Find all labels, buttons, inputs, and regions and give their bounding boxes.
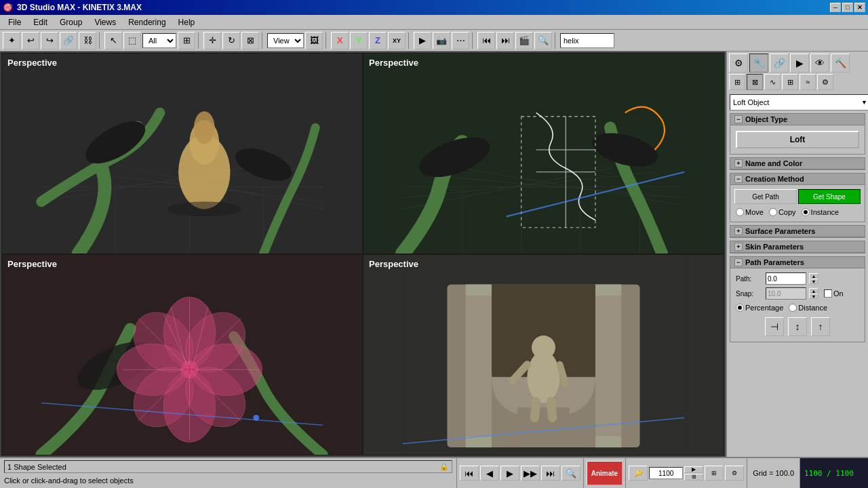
copy-radio[interactable]: Copy — [769, 208, 796, 216]
prev-key-btn[interactable]: ⏮ — [460, 466, 479, 481]
next-frame-btn2[interactable]: ▶▶ — [521, 466, 540, 481]
panel-tab-modify[interactable]: 🔧 — [749, 54, 768, 73]
close-button[interactable]: ✕ — [854, 3, 865, 12]
menu-group[interactable]: Group — [54, 16, 87, 28]
anim-mode-btn[interactable]: ⊞ — [705, 466, 724, 481]
path-icon-btn-2[interactable]: ↕ — [788, 317, 807, 336]
distance-radio[interactable]: Distance — [789, 304, 827, 312]
xy-axis-btn[interactable]: XY — [388, 32, 406, 49]
get-path-button[interactable]: Get Path — [734, 189, 797, 204]
percentage-radio[interactable]: Percentage — [736, 304, 783, 312]
grid-value: Grid = 100.0 — [753, 469, 794, 477]
viewport-bottom-left[interactable]: Perspective — [1, 254, 363, 455]
menu-help[interactable]: Help — [173, 16, 201, 28]
filter-dropdown[interactable]: All — [142, 33, 176, 48]
loft-object-dropdown[interactable]: Loft Object ▼ — [730, 94, 868, 110]
path-params-header[interactable]: − Path Parameters — [730, 257, 865, 268]
on-label: On — [833, 289, 844, 298]
panel-tab-motion[interactable]: ▶ — [790, 54, 809, 73]
object-type-toggle[interactable]: − — [734, 115, 743, 123]
y-axis-btn[interactable]: Y — [350, 32, 368, 49]
path-params-toggle[interactable]: − — [734, 258, 743, 266]
undo-btn[interactable]: ↩ — [22, 32, 39, 49]
next-key-btn[interactable]: ⏭ — [541, 466, 560, 481]
zoom-btn[interactable]: 🔍 — [534, 32, 552, 49]
maximize-button[interactable]: □ — [842, 3, 853, 12]
on-checkbox[interactable] — [824, 289, 832, 298]
anim-tools-btn[interactable]: 🎬 — [515, 32, 533, 49]
viewport-bottom-right[interactable]: Perspective — [363, 254, 724, 455]
viewport-top-left[interactable]: Perspective — [1, 53, 363, 254]
camera-btn[interactable]: 📷 — [433, 32, 450, 49]
unlink-btn[interactable]: ⛓ — [79, 32, 96, 49]
distance-label: Distance — [798, 304, 827, 312]
snap-spin-up[interactable]: ▲ — [809, 288, 818, 293]
frame-input[interactable] — [649, 467, 683, 479]
panel-tab-create[interactable]: ⚙ — [729, 54, 748, 73]
get-shape-button[interactable]: Get Shape — [798, 189, 861, 204]
x-axis-btn[interactable]: X — [331, 32, 349, 49]
select-tool-btn[interactable]: ✦ — [3, 32, 20, 49]
name-color-toggle[interactable]: + — [734, 159, 743, 167]
object-type-header[interactable]: − Object Type — [730, 114, 865, 125]
minimize-button[interactable]: ─ — [830, 3, 841, 12]
path-icon-btn-3[interactable]: ↑ — [811, 317, 830, 336]
panel-subtab-5[interactable]: ≈ — [800, 74, 816, 90]
animate-button[interactable]: Animate — [587, 461, 623, 485]
region-btn[interactable]: ⬚ — [123, 32, 141, 49]
title-bar-controls[interactable]: ─ □ ✕ — [830, 3, 865, 12]
skin-params-header[interactable]: + Skin Parameters — [730, 241, 865, 253]
panel-tab-hierarchy[interactable]: 🔗 — [770, 54, 789, 73]
path-icon-btn-1[interactable]: ⊣ — [765, 317, 784, 336]
snap-spin-down[interactable]: ▼ — [809, 293, 818, 299]
view-dropdown[interactable]: View — [267, 33, 304, 48]
tool-btn-1[interactable]: ▶ — [684, 466, 703, 473]
link-btn[interactable]: 🔗 — [60, 32, 77, 49]
panel-subtab-6[interactable]: ⚙ — [817, 74, 833, 90]
play-btn2[interactable]: ▶ — [500, 466, 519, 481]
key-icon[interactable]: 🔑 — [629, 466, 648, 481]
path-spin-down[interactable]: ▼ — [809, 279, 818, 284]
panel-subtab-1[interactable]: ⊞ — [729, 74, 745, 90]
menu-views[interactable]: Views — [89, 16, 121, 28]
loft-button[interactable]: Loft — [736, 131, 859, 148]
redo-btn[interactable]: ↪ — [41, 32, 58, 49]
zoom-time-btn[interactable]: 🔍 — [561, 466, 580, 481]
menu-rendering[interactable]: Rendering — [123, 16, 171, 28]
select-btn[interactable]: ↖ — [104, 32, 122, 49]
dots-btn[interactable]: ⋯ — [452, 32, 469, 49]
play-btn[interactable]: ▶ — [414, 32, 431, 49]
instance-radio[interactable]: Instance — [802, 208, 840, 216]
panel-subtab-3[interactable]: ∿ — [764, 74, 781, 90]
time-config-btn[interactable]: ⚙ — [725, 466, 744, 481]
panel-subtab-2[interactable]: ⊠ — [747, 74, 763, 90]
skin-params-toggle[interactable]: + — [734, 243, 743, 251]
surface-params-header[interactable]: + Surface Parameters — [730, 226, 865, 237]
xform-btn[interactable]: ⊞ — [178, 32, 195, 49]
panel-tab-utilities[interactable]: 🔨 — [831, 54, 850, 73]
scale-btn[interactable]: ⊠ — [241, 32, 259, 49]
rotate-btn[interactable]: ↻ — [222, 32, 240, 49]
on-checkbox-item[interactable]: On — [824, 289, 844, 298]
prev-frame-btn[interactable]: ⏮ — [477, 32, 495, 49]
path-input[interactable] — [766, 272, 806, 285]
menu-file[interactable]: File — [3, 16, 26, 28]
move-btn[interactable]: ✛ — [203, 32, 221, 49]
panel-subtab-4[interactable]: ⊞ — [782, 74, 798, 90]
snap-input[interactable] — [766, 287, 806, 300]
creation-method-header[interactable]: − Creation Method — [730, 174, 865, 185]
viewport-top-right[interactable]: Perspective — [363, 53, 724, 254]
panel-tab-display[interactable]: 👁 — [810, 54, 829, 73]
name-input[interactable] — [560, 33, 614, 48]
z-axis-btn[interactable]: Z — [369, 32, 387, 49]
path-spin-up[interactable]: ▲ — [809, 273, 818, 279]
surface-params-toggle[interactable]: + — [734, 227, 743, 235]
creation-method-toggle[interactable]: − — [734, 175, 743, 183]
prev-frame-btn2[interactable]: ◀ — [480, 466, 499, 481]
tool-btn-2[interactable]: ⊞ — [684, 474, 703, 481]
render-preview-btn[interactable]: 🖼 — [305, 32, 323, 49]
next-frame-btn[interactable]: ⏭ — [496, 32, 514, 49]
menu-edit[interactable]: Edit — [28, 16, 53, 28]
name-color-header[interactable]: + Name and Color — [730, 158, 865, 169]
move-radio[interactable]: Move — [736, 208, 764, 216]
